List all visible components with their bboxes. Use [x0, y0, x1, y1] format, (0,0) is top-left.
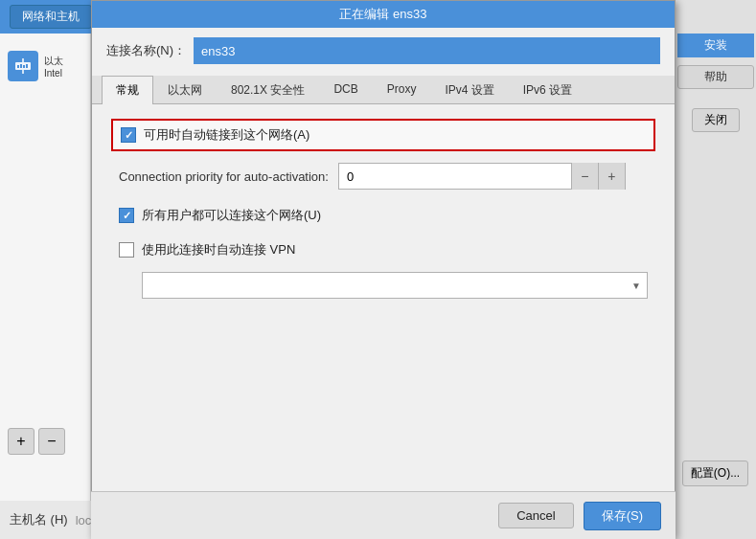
priority-decrease-button[interactable]: −	[571, 163, 598, 190]
config-button[interactable]: 配置(O)...	[682, 460, 748, 486]
modal-body: 连接名称(N)： 常规 以太网 802.1X 安全性 DCB Proxy IPv…	[92, 28, 675, 323]
side-panel: 以太Intel + −	[0, 34, 91, 501]
connection-name-input[interactable]	[194, 37, 660, 64]
vpn-connect-row: 使用此连接时自动连接 VPN	[111, 237, 655, 262]
vpn-dropdown-arrow-icon: ▼	[631, 281, 641, 291]
tab-general[interactable]: 常规	[102, 76, 153, 104]
connection-name-label: 连接名称(N)：	[106, 42, 186, 59]
tab-ipv6[interactable]: IPv6 设置	[509, 76, 586, 104]
tab-ethernet[interactable]: 以太网	[153, 76, 217, 104]
vpn-connect-checkbox[interactable]	[119, 242, 134, 258]
svg-rect-3	[23, 65, 25, 68]
priority-increase-button[interactable]: +	[598, 163, 625, 190]
config-btn-wrap: 配置(O)...	[675, 456, 756, 491]
priority-label: Connection priority for auto-activation:	[119, 169, 329, 184]
tab-proxy[interactable]: Proxy	[373, 76, 431, 104]
side-item-ethernet[interactable]: 以太Intel	[0, 43, 90, 89]
all-users-label: 所有用户都可以连接这个网络(U)	[142, 207, 321, 224]
modal-footer: Cancel 保存(S)	[91, 491, 676, 539]
auto-connect-row: 可用时自动链接到这个网络(A)	[111, 119, 655, 151]
remove-connection-button[interactable]: −	[38, 428, 65, 455]
priority-input-wrap: − +	[338, 163, 626, 190]
auto-connect-label: 可用时自动链接到这个网络(A)	[144, 126, 309, 144]
tab-bar: 常规 以太网 802.1X 安全性 DCB Proxy IPv4 设置 IPv6…	[92, 76, 675, 104]
priority-row: Connection priority for auto-activation:…	[111, 163, 655, 190]
hostname-label: 主机名 (H)	[10, 511, 68, 528]
side-bottom-buttons: + −	[0, 420, 91, 462]
vpn-connect-label: 使用此连接时自动连接 VPN	[142, 241, 295, 258]
auto-connect-checkbox[interactable]	[121, 127, 136, 143]
all-users-checkbox[interactable]	[119, 208, 134, 223]
all-users-row: 所有用户都可以连接这个网络(U)	[111, 203, 655, 228]
save-button[interactable]: 保存(S)	[584, 502, 661, 530]
svg-rect-4	[26, 64, 28, 68]
modal-title: 正在编辑 ens33	[92, 1, 675, 28]
vpn-dropdown-wrap: ▼	[142, 272, 648, 299]
tab-ipv4[interactable]: IPv4 设置	[430, 76, 508, 104]
tab-8021x[interactable]: 802.1X 安全性	[217, 76, 319, 104]
ethernet-icon	[8, 51, 38, 81]
svg-rect-2	[20, 64, 22, 68]
vpn-dropdown[interactable]: ▼	[142, 272, 648, 299]
tab-content-general: 可用时自动链接到这个网络(A) Connection priority for …	[102, 104, 665, 313]
side-item-label: 以太Intel	[44, 55, 63, 79]
add-connection-button[interactable]: +	[8, 428, 34, 455]
cancel-button[interactable]: Cancel	[498, 503, 573, 528]
edit-connection-dialog: 正在编辑 ens33 连接名称(N)： 常规 以太网 802.1X 安全性 DC…	[91, 0, 676, 539]
svg-rect-1	[17, 65, 19, 68]
tab-dcb[interactable]: DCB	[319, 76, 372, 104]
priority-input[interactable]	[339, 169, 571, 184]
help-button[interactable]: 帮助	[677, 65, 754, 89]
install-label: 安装	[677, 34, 754, 57]
connection-name-row: 连接名称(N)：	[102, 37, 665, 64]
finish-button[interactable]: 网络和主机	[10, 5, 92, 29]
close-button[interactable]: 关闭	[692, 108, 740, 132]
